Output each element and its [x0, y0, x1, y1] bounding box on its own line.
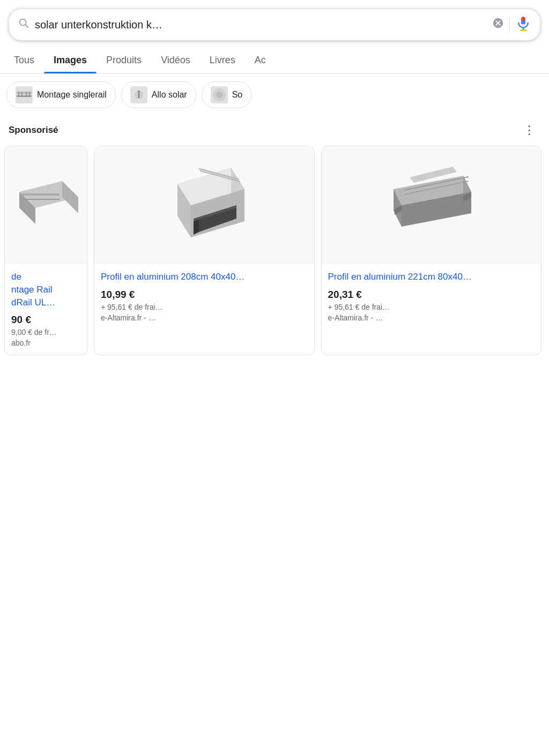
chip-label-singlerail: Montage singlerail [37, 90, 107, 100]
search-bar: solar unterkonstruktion k… [9, 9, 540, 41]
svg-rect-25 [22, 199, 60, 200]
product-shipping-partial: 9,00 € de fr… [11, 328, 80, 336]
search-icon [18, 17, 29, 32]
product-price-partial: 90 € [11, 314, 80, 326]
chip-thumb-singlerail [16, 86, 33, 103]
product-seller-partial: abo.fr [11, 339, 80, 347]
tab-livres[interactable]: Livres [200, 47, 245, 73]
svg-rect-9 [521, 20, 525, 25]
svg-line-1 [25, 25, 28, 27]
sponsored-header: Sponsorisé ⋮ [0, 116, 549, 144]
chip-label-allosolar: Allo solar [152, 90, 187, 100]
product-card-3[interactable]: Profil en aluminium 221cm 80x40… 20,31 €… [321, 146, 542, 355]
product-card-partial[interactable]: dentage RaildRail UL… 90 € 9,00 € de fr…… [4, 146, 87, 355]
product-image-partial [5, 146, 87, 264]
product-seller-2: e-Altamira.fr - … [101, 313, 308, 322]
product-price-2: 10,99 € [101, 289, 308, 301]
product-card-2[interactable]: Profil en aluminium 208cm 40x40… 10,99 €… [94, 146, 315, 355]
mic-button[interactable] [515, 16, 531, 34]
chip-so[interactable]: So [202, 81, 252, 108]
svg-rect-8 [521, 17, 525, 20]
product-info-partial: dentage RaildRail UL… 90 € 9,00 € de fr…… [5, 264, 87, 355]
svg-point-17 [138, 91, 140, 93]
product-title-3: Profil en aluminium 221cm 80x40… [328, 271, 535, 283]
tab-videos[interactable]: Vidéos [151, 47, 200, 73]
tab-images[interactable]: Images [44, 47, 97, 73]
product-image-3 [322, 146, 541, 264]
svg-rect-24 [22, 193, 60, 196]
search-bar-container: solar unterkonstruktion k… [0, 0, 549, 47]
tab-tous[interactable]: Tous [4, 47, 44, 73]
tab-produits[interactable]: Produits [97, 47, 151, 73]
product-shipping-3: + 95,61 € de frai… [328, 303, 535, 311]
tab-ac[interactable]: Ac [245, 47, 276, 73]
nav-tabs: Tous Images Produits Vidéos Livres Ac [0, 47, 549, 74]
sponsored-label: Sponsorisé [9, 125, 58, 136]
product-title-partial: dentage RaildRail UL… [11, 271, 80, 309]
product-seller-3: e-Altamira.fr - … [328, 313, 535, 322]
product-info-3: Profil en aluminium 221cm 80x40… 20,31 €… [322, 264, 541, 330]
chip-singlerail[interactable]: Montage singlerail [6, 81, 116, 108]
chip-label-so: So [232, 90, 243, 100]
search-query[interactable]: solar unterkonstruktion k… [35, 19, 487, 31]
products-grid: dentage RaildRail UL… 90 € 9,00 € de fr…… [0, 144, 549, 357]
search-divider [509, 17, 510, 32]
chip-thumb-so [211, 86, 228, 103]
product-info-2: Profil en aluminium 208cm 40x40… 10,99 €… [94, 264, 314, 330]
svg-point-20 [216, 92, 222, 98]
svg-marker-23 [62, 181, 78, 213]
clear-button[interactable] [492, 17, 504, 32]
more-options-button[interactable]: ⋮ [519, 122, 540, 138]
chip-allosolar[interactable]: Allo solar [121, 81, 196, 108]
chip-thumb-allosolar [130, 86, 147, 103]
product-price-3: 20,31 € [328, 289, 535, 301]
product-image-2 [94, 146, 314, 264]
product-shipping-2: + 95,61 € de frai… [101, 303, 308, 311]
product-title-2: Profil en aluminium 208cm 40x40… [101, 271, 308, 283]
filter-chips: Montage singlerail Allo solar So [0, 74, 549, 116]
